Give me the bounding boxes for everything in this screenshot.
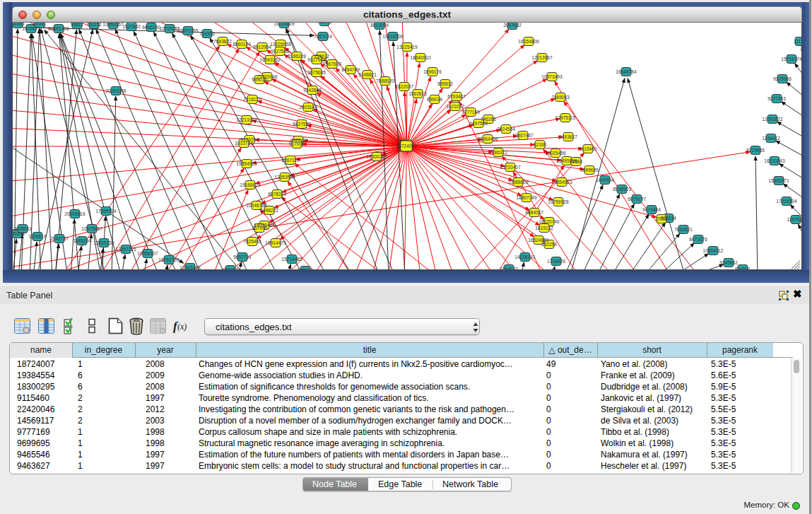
svg-text:1244412: 1244412 <box>762 135 780 140</box>
svg-text:19166829: 19166829 <box>240 182 261 187</box>
svg-text:9245652: 9245652 <box>719 259 738 264</box>
svg-text:16120746: 16120746 <box>539 218 560 223</box>
svg-text:924501: 924501 <box>734 266 750 270</box>
svg-text:16154806: 16154806 <box>518 38 539 43</box>
svg-text:7625402: 7625402 <box>243 238 261 243</box>
svg-text:7485063: 7485063 <box>551 94 570 99</box>
svg-text:7663822: 7663822 <box>213 38 232 43</box>
svg-text:1621072: 1621072 <box>446 103 464 108</box>
svg-text:(x): (x) <box>177 322 187 332</box>
svg-text:2042737: 2042737 <box>50 235 69 240</box>
svg-text:20053346: 20053346 <box>105 88 126 93</box>
svg-text:8938923: 8938923 <box>613 186 631 191</box>
svg-text:12213382: 12213382 <box>236 117 257 122</box>
svg-text:989016: 989016 <box>251 76 266 81</box>
svg-text:952450: 952450 <box>222 267 237 270</box>
svg-text:9242848: 9242848 <box>303 87 322 92</box>
svg-text:753722: 753722 <box>316 23 331 23</box>
svg-text:9463627: 9463627 <box>559 134 577 139</box>
svg-text:19756928: 19756928 <box>548 199 569 204</box>
svg-text:1733426: 1733426 <box>547 258 565 263</box>
svg-text:2718176: 2718176 <box>243 96 261 101</box>
svg-text:16914479: 16914479 <box>265 240 286 245</box>
svg-text:9474444: 9474444 <box>642 206 661 211</box>
svg-text:9329966: 9329966 <box>773 76 792 81</box>
svg-text:17016504: 17016504 <box>776 198 797 203</box>
svg-text:20364456: 20364456 <box>477 136 498 141</box>
svg-text:1615132: 1615132 <box>535 225 553 230</box>
svg-text:15720407: 15720407 <box>500 164 521 169</box>
svg-text:6497568: 6497568 <box>469 120 488 125</box>
svg-text:12353594: 12353594 <box>274 174 295 179</box>
svg-text:20691406: 20691406 <box>48 25 69 30</box>
svg-text:18807249: 18807249 <box>516 194 537 199</box>
svg-text:8215955: 8215955 <box>746 147 765 152</box>
svg-text:96611: 96611 <box>71 23 83 26</box>
svg-text:15751074: 15751074 <box>781 56 802 61</box>
svg-text:16543362: 16543362 <box>259 57 281 62</box>
svg-text:20091: 20091 <box>33 23 46 25</box>
svg-text:18724007: 18724007 <box>396 143 417 148</box>
svg-text:1167533: 1167533 <box>787 216 802 221</box>
svg-text:16648784: 16648784 <box>616 69 637 74</box>
svg-text:16671355: 16671355 <box>177 28 199 33</box>
svg-text:12093822: 12093822 <box>762 116 783 121</box>
svg-text:8454749: 8454749 <box>341 66 360 71</box>
svg-text:9115460: 9115460 <box>579 146 597 151</box>
svg-text:10807487: 10807487 <box>512 132 534 137</box>
svg-text:15692971: 15692971 <box>768 177 789 182</box>
svg-text:10654112: 10654112 <box>702 247 723 252</box>
svg-text:9327505: 9327505 <box>271 48 289 53</box>
svg-text:13226058: 13226058 <box>270 41 291 46</box>
svg-text:16782759: 16782759 <box>158 257 180 262</box>
svg-text:14136141: 14136141 <box>514 254 536 259</box>
svg-text:17957225: 17957225 <box>115 246 136 251</box>
svg-text:1527602: 1527602 <box>122 23 141 28</box>
svg-text:899034: 899034 <box>426 96 442 101</box>
svg-text:1440954: 1440954 <box>596 177 614 182</box>
svg-text:1562615: 1562615 <box>408 90 427 95</box>
svg-text:1054632: 1054632 <box>500 266 518 270</box>
svg-text:15716485: 15716485 <box>281 256 302 261</box>
svg-text:10688609: 10688609 <box>507 179 529 184</box>
svg-text:9699695: 9699695 <box>580 167 599 172</box>
svg-text:252254: 252254 <box>541 241 556 246</box>
svg-text:19854925: 19854925 <box>236 160 257 165</box>
svg-text:8267110: 8267110 <box>281 157 300 162</box>
svg-text:7632621: 7632621 <box>674 226 693 231</box>
svg-text:1156819: 1156819 <box>28 233 47 238</box>
svg-text:8912954: 8912954 <box>253 44 271 49</box>
svg-text:2635061: 2635061 <box>13 226 32 230</box>
svg-text:1696176: 1696176 <box>423 69 442 74</box>
svg-text:2955: 2955 <box>656 216 666 221</box>
svg-text:739154: 739154 <box>12 230 25 235</box>
svg-text:6466160: 6466160 <box>142 24 160 29</box>
svg-text:9884067: 9884067 <box>525 209 543 214</box>
svg-text:13225419: 13225419 <box>396 44 418 49</box>
svg-text:1010734: 1010734 <box>235 140 253 145</box>
svg-text:157999: 157999 <box>251 225 266 230</box>
svg-text:955812: 955812 <box>437 81 452 86</box>
svg-text:7588520: 7588520 <box>376 78 394 83</box>
svg-text:17359924: 17359924 <box>95 208 117 213</box>
svg-text:8322037: 8322037 <box>395 83 413 88</box>
svg-text:873546: 873546 <box>297 267 312 270</box>
svg-text:5498222: 5498222 <box>260 207 278 212</box>
svg-text:7386372: 7386372 <box>489 149 507 154</box>
svg-text:2603144: 2603144 <box>299 104 317 109</box>
svg-text:10025456: 10025456 <box>545 150 566 155</box>
svg-text:8660124: 8660124 <box>233 41 251 46</box>
svg-text:10046766: 10046766 <box>246 202 267 207</box>
svg-text:19654923: 19654923 <box>551 179 572 184</box>
svg-text:12213967: 12213967 <box>531 54 553 59</box>
svg-text:10958107: 10958107 <box>137 250 158 255</box>
svg-text:9657791: 9657791 <box>233 254 252 259</box>
svg-text:8427552: 8427552 <box>293 121 311 126</box>
svg-text:12923448: 12923448 <box>180 264 201 269</box>
svg-text:19218506: 19218506 <box>382 33 404 38</box>
svg-text:18300295: 18300295 <box>366 153 387 158</box>
svg-text:8813054: 8813054 <box>370 23 389 27</box>
svg-text:9777169: 9777169 <box>461 109 480 114</box>
svg-text:10653267: 10653267 <box>102 23 124 26</box>
svg-text:751552: 751552 <box>199 30 214 35</box>
